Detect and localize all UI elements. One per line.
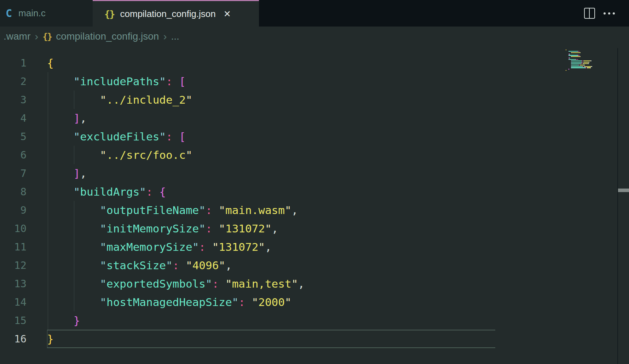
line-number[interactable]: 14 (0, 293, 27, 311)
tab-label: main.c (18, 8, 46, 19)
code-line[interactable]: 14 "hostManagedHeapSize": "2000" (0, 293, 305, 311)
breadcrumb: .wamr › {} compilation_config.json › ... (0, 27, 629, 46)
breadcrumb-item-file[interactable]: compilation_config.json (56, 31, 159, 42)
tab-main-c[interactable]: C main.c (0, 0, 93, 27)
code-line[interactable]: 4 ], (0, 109, 305, 127)
line-content: "excludeFiles": [ (47, 127, 186, 146)
line-number[interactable]: 15 (0, 311, 27, 330)
code-line[interactable]: 8 "buildArgs": { (0, 183, 305, 201)
line-content: "initMemorySize": "131072", (47, 219, 278, 238)
line-number[interactable]: 11 (0, 238, 27, 256)
line-number[interactable]: 12 (0, 256, 27, 275)
breadcrumb-item-symbol[interactable]: ... (171, 31, 179, 42)
code-line[interactable]: 3 "../include_2" (0, 91, 305, 109)
line-content: "buildArgs": { (47, 183, 166, 201)
line-number[interactable]: 10 (0, 219, 27, 238)
code-line[interactable]: 15 } (0, 311, 305, 330)
editor-actions (584, 0, 629, 27)
line-number[interactable]: 3 (0, 91, 27, 109)
c-file-icon: C (6, 7, 12, 19)
editor-tab-bar: C main.c {} compilation_config.json ✕ (0, 0, 629, 27)
line-number[interactable]: 8 (0, 183, 27, 201)
line-number[interactable]: 7 (0, 164, 27, 183)
chevron-right-icon: › (163, 30, 167, 42)
split-editor-icon[interactable] (584, 8, 595, 19)
line-content: "hostManagedHeapSize": "2000" (47, 293, 292, 311)
line-number[interactable]: 13 (0, 275, 27, 293)
code-line[interactable]: 5 "excludeFiles": [ (0, 127, 305, 146)
line-content: "exportedSymbols": "main,test", (47, 275, 305, 293)
tab-label: compilation_config.json (120, 8, 216, 19)
close-icon[interactable]: ✕ (224, 9, 231, 19)
code-line[interactable]: 13 "exportedSymbols": "main,test", (0, 275, 305, 293)
line-content: { (47, 54, 54, 72)
code-line[interactable]: 12 "stackSize": "4096", (0, 256, 305, 275)
more-actions-icon[interactable] (604, 12, 615, 15)
code-line[interactable]: 10 "initMemorySize": "131072", (0, 219, 305, 238)
chevron-right-icon: › (35, 30, 38, 42)
json-file-icon: {} (42, 31, 52, 42)
code-line[interactable]: 9 "outputFileName": "main.wasm", (0, 201, 305, 219)
line-number[interactable]: 1 (0, 54, 27, 72)
code-line[interactable]: 6 "../src/foo.c" (0, 146, 305, 164)
line-content: } (47, 311, 80, 330)
line-content: ], (47, 109, 87, 127)
line-number[interactable]: 6 (0, 146, 27, 164)
line-number[interactable]: 2 (0, 72, 27, 91)
minimap-divider (617, 48, 618, 364)
line-number[interactable]: 16 (0, 330, 27, 348)
line-content: "outputFileName": "main.wasm", (47, 201, 298, 219)
line-content: ], (47, 164, 87, 183)
code-line[interactable]: 2 "includePaths": [ (0, 72, 305, 91)
line-content: "../src/foo.c" (47, 146, 192, 164)
vscode-editor-window: C main.c {} compilation_config.json ✕ .w… (0, 0, 629, 364)
code-editor[interactable]: 1{2 "includePaths": [3 "../include_2"4 ]… (0, 46, 629, 364)
code-lines: 1{2 "includePaths": [3 "../include_2"4 ]… (0, 54, 305, 348)
line-number[interactable]: 9 (0, 201, 27, 219)
code-line[interactable]: 1{ (0, 54, 305, 72)
tab-compilation-config-json[interactable]: {} compilation_config.json ✕ (93, 0, 259, 27)
line-content: "includePaths": [ (47, 72, 186, 91)
code-line[interactable]: 16} (0, 330, 305, 348)
line-number[interactable]: 4 (0, 109, 27, 127)
line-content: "maxMemorySize": "131072", (47, 238, 272, 256)
line-content: "../include_2" (47, 91, 192, 109)
breadcrumb-item-wamr[interactable]: .wamr (4, 31, 30, 42)
code-line[interactable]: 7 ], (0, 164, 305, 183)
json-file-icon: {} (104, 8, 115, 19)
line-content: } (47, 330, 54, 348)
line-content: "stackSize": "4096", (47, 256, 232, 275)
code-line[interactable]: 11 "maxMemorySize": "131072", (0, 238, 305, 256)
line-number[interactable]: 5 (0, 127, 27, 146)
minimap[interactable] (566, 49, 617, 71)
minimap-line (566, 70, 617, 71)
overview-ruler-cursor-marker (618, 189, 629, 192)
